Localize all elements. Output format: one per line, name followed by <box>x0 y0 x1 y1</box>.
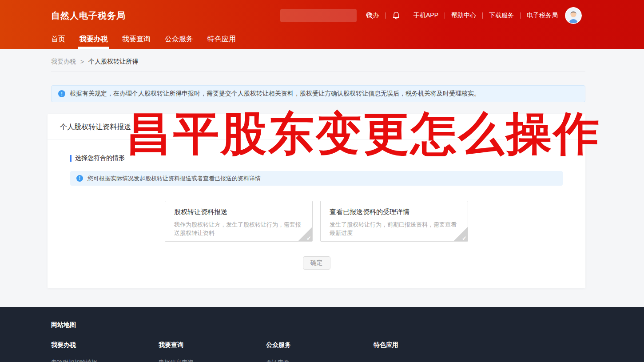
section-heading: 选择您符合的情形 <box>70 154 575 162</box>
footer-col-title: 特色应用 <box>374 341 481 349</box>
option-title: 股权转让资料报送 <box>174 208 303 216</box>
card-body: 选择您符合的情形 ! 您可根据实际情况发起股权转让资料报送或者查看已报送的资料详… <box>48 154 585 270</box>
footer-col-title: 公众服务 <box>266 341 374 349</box>
breadcrumb-separator: > <box>80 58 84 65</box>
main-nav: 首页 我要办税 我要查询 公众服务 特色应用 <box>0 31 644 49</box>
breadcrumb-current: 个人股权转让所得 <box>88 58 138 66</box>
header-links: 待办 手机APP 帮助中心 下载服务 电子税务局 <box>366 11 558 20</box>
download-service-link[interactable]: 下载服务 <box>489 12 514 20</box>
etax-bureau-link[interactable]: 电子税务局 <box>527 12 558 20</box>
nav-tax-handle[interactable]: 我要办税 <box>80 31 108 49</box>
option-submit-materials[interactable]: 股权转让资料报送 我作为股权转让方，发生了股权转让行为，需要报送股权转让资料 ✓ <box>165 201 313 242</box>
bell-icon[interactable] <box>392 11 401 20</box>
nav-public-service[interactable]: 公众服务 <box>165 31 193 49</box>
footer-col-query: 我要查询 申报信息查询 <box>159 341 266 362</box>
main-container: 我要办税 > 个人股权转让所得 ! 根据有关规定，在办理个人股权转让所得申报时，… <box>51 49 585 288</box>
divider <box>482 12 483 19</box>
option-desc: 发生了股权转让行为，前期已报送资料，需要查看最新进度 <box>330 220 459 237</box>
section-bar <box>70 155 72 162</box>
info-icon: ! <box>58 90 65 97</box>
divider <box>445 12 445 19</box>
nav-featured-apps[interactable]: 特色应用 <box>207 31 236 49</box>
info-icon: ! <box>76 175 83 182</box>
nav-home[interactable]: 首页 <box>51 31 65 49</box>
footer-sitemap-title: 网站地图 <box>51 321 644 329</box>
footer-col-title: 我要办税 <box>51 341 159 349</box>
divider <box>407 12 407 19</box>
breadcrumb: 我要办税 > 个人股权转让所得 <box>51 49 585 72</box>
option-title: 查看已报送资料的受理详情 <box>330 208 459 216</box>
main-card: 个人股权转让资料报送 选择您符合的情形 ! 您可根据实际情况发起股权转让资料报送… <box>48 114 585 288</box>
footer-link[interactable]: 票证查验 <box>266 358 374 362</box>
confirm-row: 确定 <box>58 256 575 270</box>
notice-alert: ! 根据有关规定，在办理个人股权转让所得申报时，需要提交个人股权转让相关资料，股… <box>51 85 585 102</box>
card-title: 个人股权转让资料报送 <box>48 114 585 139</box>
divider <box>385 12 386 19</box>
search-box[interactable] <box>280 9 357 22</box>
tip-text: 您可根据实际情况发起股权转让资料报送或者查看已报送的资料详情 <box>87 175 261 183</box>
option-view-progress[interactable]: 查看已报送资料的受理详情 发生了股权转让行为，前期已报送资料，需要查看最新进度 … <box>320 201 468 242</box>
option-desc: 我作为股权转让方，发生了股权转让行为，需要报送股权转让资料 <box>174 220 303 237</box>
mobile-app-link[interactable]: 手机APP <box>413 12 438 20</box>
footer-col-tax-handle: 我要办税 专项附加扣除填报 <box>51 341 159 362</box>
header: 自然人电子税务局 待办 手机APP 帮助中心 下载服务 电子税务局 <box>0 0 644 49</box>
header-top: 自然人电子税务局 待办 手机APP 帮助中心 下载服务 电子税务局 <box>0 0 644 31</box>
avatar[interactable] <box>565 7 582 24</box>
help-center-link[interactable]: 帮助中心 <box>451 12 476 20</box>
section-heading-text: 选择您符合的情形 <box>75 154 125 162</box>
search-input[interactable] <box>280 9 366 22</box>
divider <box>520 12 521 19</box>
check-icon: ✓ <box>462 235 467 242</box>
footer-col-title: 我要查询 <box>159 341 266 349</box>
site-logo: 自然人电子税务局 <box>51 10 126 22</box>
breadcrumb-parent[interactable]: 我要办税 <box>51 58 76 66</box>
todo-link[interactable]: 待办 <box>366 12 379 20</box>
nav-query[interactable]: 我要查询 <box>122 31 151 49</box>
footer: 网站地图 我要办税 专项附加扣除填报 我要查询 申报信息查询 公众服务 票证查验… <box>0 307 644 362</box>
confirm-button[interactable]: 确定 <box>303 256 330 270</box>
tip-bar: ! 您可根据实际情况发起股权转让资料报送或者查看已报送的资料详情 <box>70 171 563 186</box>
footer-link[interactable]: 申报信息查询 <box>159 358 266 362</box>
option-list: 股权转让资料报送 我作为股权转让方，发生了股权转让行为，需要报送股权转让资料 ✓… <box>58 201 575 242</box>
footer-link[interactable]: 专项附加扣除填报 <box>51 358 159 362</box>
notice-alert-text: 根据有关规定，在办理个人股权转让所得申报时，需要提交个人股权转让相关资料，股权受… <box>70 90 480 98</box>
footer-columns: 我要办税 专项附加扣除填报 我要查询 申报信息查询 公众服务 票证查验 特色应用 <box>51 341 644 362</box>
footer-col-featured-apps: 特色应用 <box>374 341 481 362</box>
footer-col-public-service: 公众服务 票证查验 <box>266 341 374 362</box>
check-icon: ✓ <box>306 235 311 242</box>
